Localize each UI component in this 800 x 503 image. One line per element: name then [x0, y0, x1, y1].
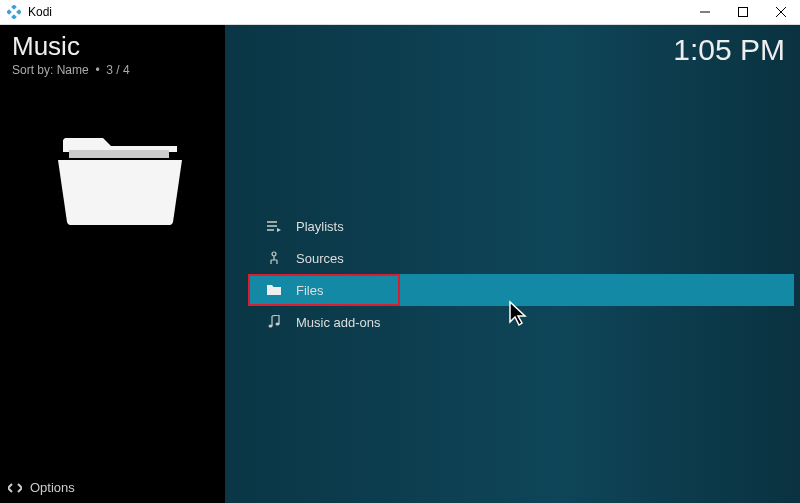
minimize-button[interactable]	[686, 0, 724, 25]
svg-rect-2	[16, 9, 21, 15]
menu-item-label: Playlists	[296, 219, 344, 234]
close-button[interactable]	[762, 0, 800, 25]
menu-item-label: Music add-ons	[296, 315, 381, 330]
menu-item-files[interactable]: Files	[248, 274, 794, 306]
menu-item-label: Files	[296, 283, 323, 298]
folder-large-icon	[55, 120, 185, 234]
svg-rect-0	[11, 5, 17, 10]
page-title: Music	[12, 31, 80, 62]
options-arrows-icon	[8, 482, 22, 494]
options-button[interactable]: Options	[8, 480, 75, 495]
menu-item-addons[interactable]: Music add-ons	[254, 306, 800, 338]
window-title: Kodi	[28, 5, 686, 19]
music-note-icon	[264, 315, 284, 329]
maximize-button[interactable]	[724, 0, 762, 25]
window-titlebar: Kodi	[0, 0, 800, 25]
svg-point-12	[272, 252, 276, 256]
sidebar: Music Sort by: Name • 3 / 4 Options	[0, 25, 225, 503]
menu-list: Playlists Sources Files	[254, 210, 800, 338]
menu-item-playlists[interactable]: Playlists	[254, 210, 800, 242]
svg-rect-8	[69, 150, 169, 158]
playlist-icon	[264, 220, 284, 232]
kodi-app-icon	[6, 4, 22, 20]
menu-item-sources[interactable]: Sources	[254, 242, 800, 274]
svg-rect-1	[7, 9, 12, 15]
window-controls	[686, 0, 800, 25]
sort-label: Sort by: Name	[12, 63, 89, 77]
options-label: Options	[30, 480, 75, 495]
svg-rect-3	[11, 14, 17, 19]
sort-info: Sort by: Name • 3 / 4	[12, 63, 130, 77]
svg-point-14	[276, 323, 280, 326]
sources-icon	[264, 251, 284, 265]
menu-item-label: Sources	[296, 251, 344, 266]
svg-rect-5	[739, 8, 748, 17]
svg-point-13	[269, 325, 273, 328]
app-content: Music Sort by: Name • 3 / 4 Options 1:05	[0, 25, 800, 503]
folder-icon	[264, 284, 284, 296]
position-indicator: 3 / 4	[106, 63, 129, 77]
clock: 1:05 PM	[673, 33, 785, 67]
